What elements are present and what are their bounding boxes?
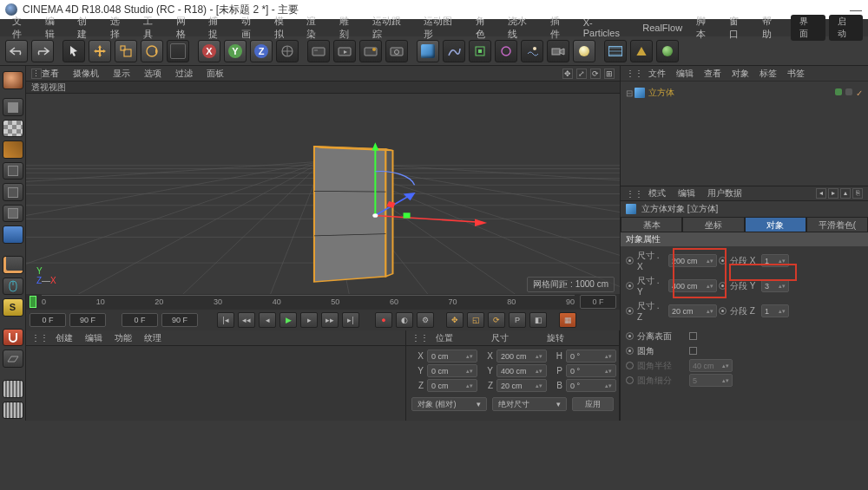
timeline-playhead[interactable] xyxy=(30,296,36,308)
prev-key[interactable]: ◂◂ xyxy=(238,312,255,328)
cg-val-P[interactable]: 0 °▴▾ xyxy=(566,364,616,377)
cg-val-Z[interactable]: 0 cm▴▾ xyxy=(427,379,477,392)
render-region[interactable] xyxy=(333,40,356,62)
cg-val-Y[interactable]: 400 cm▴▾ xyxy=(496,364,547,377)
menu-4[interactable]: 工具 xyxy=(136,13,169,42)
redo-button[interactable] xyxy=(31,40,54,62)
menu-20[interactable]: 帮助 xyxy=(755,13,788,42)
render-view[interactable] xyxy=(307,40,330,62)
cg-val-H[interactable]: 0 °▴▾ xyxy=(566,350,616,363)
tool-mat-a[interactable] xyxy=(3,380,23,398)
attr-back-icon[interactable]: ◂ xyxy=(816,188,826,199)
coord-system[interactable] xyxy=(276,40,299,62)
am-user[interactable]: 用户数据 xyxy=(707,187,742,199)
range-start[interactable]: 0 F xyxy=(30,313,66,327)
z-axis-lock[interactable]: Z xyxy=(250,40,273,62)
mp-create[interactable]: 创建 xyxy=(56,332,73,344)
key-rot[interactable]: ⟳ xyxy=(488,312,505,328)
extra-dot-1[interactable] xyxy=(626,347,634,355)
add-light[interactable] xyxy=(573,40,595,62)
menu-5[interactable]: 网格 xyxy=(169,13,202,42)
add-spline[interactable] xyxy=(443,40,465,62)
attr-tab-coord[interactable]: 坐标 xyxy=(682,217,744,232)
next-key[interactable]: ▸▸ xyxy=(321,312,339,328)
tool-mouse[interactable] xyxy=(3,278,23,296)
menu-8[interactable]: 模拟 xyxy=(267,13,300,42)
extra-dot-3[interactable] xyxy=(626,376,634,384)
menu-10[interactable]: 雕刻 xyxy=(332,13,365,42)
vp-menu-panel[interactable]: 面板 xyxy=(207,68,224,80)
vp-zoom-icon[interactable]: ⤢ xyxy=(576,69,587,79)
misc-2[interactable] xyxy=(656,40,679,62)
coord-sel-2[interactable]: 绝对尺寸▾ xyxy=(492,397,568,411)
tool-poly[interactable] xyxy=(3,205,23,223)
cg-val-Z[interactable]: 20 cm▴▾ xyxy=(496,379,547,392)
vp-menu-display[interactable]: 显示 xyxy=(113,68,130,80)
prev-frame[interactable]: ◂ xyxy=(259,312,276,328)
seg-value-1[interactable]: 3▴▾ xyxy=(761,279,789,292)
attr-tab-object[interactable]: 对象 xyxy=(745,217,806,232)
anim-dot-seg-1[interactable] xyxy=(719,282,727,290)
cg-val-B[interactable]: 0 °▴▾ xyxy=(566,379,616,392)
om-file[interactable]: 文件 xyxy=(648,68,666,80)
add-deformer[interactable] xyxy=(495,40,517,62)
floor-grid[interactable] xyxy=(604,40,627,62)
anim-dot-size-0[interactable] xyxy=(626,257,634,265)
menu-16[interactable]: X-Particles xyxy=(576,16,635,40)
tool-magnet[interactable] xyxy=(3,329,23,347)
vp-maximize-icon[interactable]: ⊞ xyxy=(604,69,615,79)
extra-check-0[interactable] xyxy=(689,332,697,340)
render-pv[interactable] xyxy=(359,40,382,62)
menu-3[interactable]: 选择 xyxy=(103,13,136,42)
vp-grip-icon[interactable]: ⋮⋮ xyxy=(31,69,42,79)
rotate-tool[interactable] xyxy=(141,40,163,62)
next-frame[interactable]: ▸ xyxy=(300,312,318,328)
menu-2[interactable]: 创建 xyxy=(70,13,103,42)
misc-1[interactable] xyxy=(630,40,653,62)
menu-17[interactable]: RealFlow xyxy=(635,21,689,35)
attr-tab-basic[interactable]: 基本 xyxy=(621,217,682,232)
key-param[interactable]: P xyxy=(509,312,526,328)
om-tag[interactable]: 标签 xyxy=(760,68,777,80)
anim-dot-size-1[interactable] xyxy=(626,282,634,290)
vp-menu-view[interactable]: 查看 xyxy=(42,68,59,80)
last-tool[interactable] xyxy=(167,40,189,62)
menu-9[interactable]: 渲染 xyxy=(299,13,332,42)
coord-apply[interactable]: 应用 xyxy=(572,397,614,411)
menu-11[interactable]: 运动跟踪 xyxy=(365,13,417,42)
add-camera[interactable] xyxy=(547,40,569,62)
object-tree[interactable]: ⊟ 立方体 ✓ xyxy=(621,82,868,186)
mp-edit[interactable]: 编辑 xyxy=(85,332,102,344)
record-button[interactable]: ● xyxy=(375,312,392,328)
object-row-cube[interactable]: ⊟ 立方体 ✓ xyxy=(626,85,863,101)
seg-value-2[interactable]: 1▴▾ xyxy=(761,304,789,317)
y-axis-lock[interactable]: Y xyxy=(224,40,247,62)
menu-13[interactable]: 角色 xyxy=(469,13,502,42)
vp-rotate-icon[interactable]: ⟳ xyxy=(590,69,601,79)
goto-end[interactable]: ▸| xyxy=(342,312,359,328)
am-mode[interactable]: 模式 xyxy=(648,187,666,199)
add-environment[interactable] xyxy=(521,40,543,62)
mp-func[interactable]: 功能 xyxy=(115,332,132,344)
om-view[interactable]: 查看 xyxy=(704,68,721,80)
menu-12[interactable]: 运动图形 xyxy=(417,13,468,42)
tool-uv[interactable] xyxy=(3,140,23,159)
menu-19[interactable]: 窗口 xyxy=(722,13,755,42)
vis-editor-dot[interactable] xyxy=(835,88,842,95)
tool-workplane[interactable] xyxy=(3,350,23,368)
extra-dot-0[interactable] xyxy=(626,332,634,340)
play-button[interactable]: ▶ xyxy=(279,312,297,328)
key-pla[interactable]: ◧ xyxy=(529,312,547,328)
layout-pill-1[interactable]: 界面 xyxy=(791,15,825,41)
undo-button[interactable] xyxy=(5,40,28,62)
tool-model[interactable] xyxy=(3,98,23,116)
3d-viewport[interactable]: YZ—X 网格间距 : 1000 cm xyxy=(26,94,620,294)
cg-val-X[interactable]: 200 cm▴▾ xyxy=(496,350,547,363)
add-generator[interactable] xyxy=(469,40,491,62)
make-preview[interactable]: ▦ xyxy=(559,312,576,328)
extra-dot-2[interactable] xyxy=(626,362,634,369)
timeline-end-field[interactable]: 0 F xyxy=(580,295,616,309)
tool-axis[interactable] xyxy=(3,225,23,244)
menu-0[interactable]: 文件 xyxy=(5,13,38,42)
attr-tab-phong[interactable]: 平滑着色( xyxy=(806,217,868,232)
